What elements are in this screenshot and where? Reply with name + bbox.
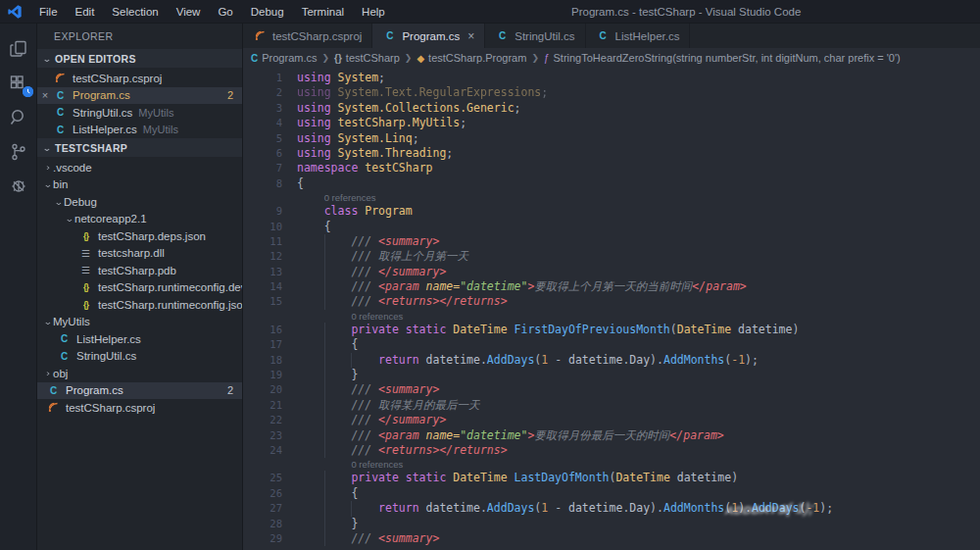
token-type: System — [338, 71, 379, 84]
tree-item[interactable]: {}testCSharp.deps.json — [37, 227, 242, 245]
debug-icon[interactable] — [2, 169, 35, 203]
tree-item[interactable]: CStringUtil.cs — [37, 348, 242, 366]
code-line: 6using System.Threading; — [243, 146, 980, 161]
file-name: ListHelper.cs — [76, 333, 141, 345]
token-attr: name= — [426, 428, 461, 442]
folder-name: bin — [53, 178, 68, 190]
close-icon[interactable]: × — [467, 29, 474, 43]
token-num: -1 — [806, 501, 819, 515]
token-pun: ) — [731, 471, 738, 484]
token-tag: <param — [378, 279, 425, 293]
menu-debug[interactable]: Debug — [242, 0, 293, 24]
tab-stringutil-cs[interactable]: CStringUtil.cs — [485, 24, 585, 48]
folder-name: netcoreapp2.1 — [74, 213, 147, 225]
tree-item[interactable]: ⌄MyUtils — [37, 314, 242, 331]
tree-item[interactable]: {}testCSharp.runtimeconfig.dev.json — [37, 279, 242, 297]
breadcrumb-item[interactable]: {}testCSharp — [334, 52, 400, 64]
code-content: class Program — [297, 204, 413, 219]
token-fn: FirstDayOfPreviousMonth — [514, 323, 670, 336]
line-number: 7 — [243, 161, 282, 175]
line-number: 11 — [243, 234, 282, 249]
chevron-down-icon: ⌄ — [41, 54, 54, 64]
chevron-down-icon: ⌄ — [42, 317, 55, 326]
close-icon[interactable]: × — [37, 89, 53, 101]
tree-item[interactable]: ›obj — [37, 365, 242, 382]
token-var: Day — [629, 501, 650, 515]
line-number: 3 — [243, 101, 282, 116]
tree-item[interactable]: ⌄netcoreapp2.1 — [37, 211, 242, 228]
indent-guide — [351, 353, 378, 368]
breadcrumb-item[interactable]: CProgram.cs — [251, 52, 317, 64]
token-tag: </param> — [692, 279, 746, 293]
code-line: 10{ — [243, 220, 980, 234]
csproj-file-icon — [253, 30, 268, 41]
tree-item[interactable]: ⌄bin — [37, 176, 242, 194]
code-content: /// <summary> — [297, 382, 439, 397]
code-line: 23/// <param name="datetime">要取得月份最后一天的时… — [243, 428, 980, 443]
token-fn: AddMonths — [663, 501, 724, 515]
menu-edit[interactable]: Edit — [67, 0, 104, 24]
extensions-icon[interactable] — [2, 66, 35, 100]
tab-testcsharp-csproj[interactable]: testCSharp.csproj — [243, 24, 372, 48]
token-type: DateTime — [677, 323, 738, 336]
token-pun: ; — [460, 116, 466, 129]
search-icon[interactable] — [2, 100, 35, 134]
codelens-references[interactable]: 0 references — [243, 191, 980, 204]
indent-guide — [297, 428, 324, 443]
csproj-file-icon — [46, 402, 61, 413]
code-content: using System; — [297, 71, 385, 85]
code-line: 21/// 取得某月的最后一天 — [243, 398, 980, 413]
indent-guide — [297, 471, 324, 485]
indent-guide — [297, 265, 324, 279]
codelens-references[interactable]: 0 references — [243, 458, 980, 471]
tab-label: testCSharp.csproj — [272, 30, 362, 42]
open-editor-item[interactable]: CStringUtil.csMyUtils — [37, 104, 242, 122]
project-section-header[interactable]: ⌄ TESTCSHARP — [37, 138, 242, 157]
token-pun: . — [480, 501, 487, 515]
source-control-icon[interactable] — [2, 134, 35, 169]
tree-item[interactable]: ›.vscode — [37, 159, 242, 176]
token-kw: private static — [351, 471, 453, 484]
menu-view[interactable]: View — [168, 0, 210, 24]
menu-go[interactable]: Go — [209, 0, 241, 24]
menu-terminal[interactable]: Terminal — [293, 0, 353, 24]
tree-item[interactable]: {}testCSharp.runtimeconfig.json — [37, 296, 242, 314]
explorer-icon[interactable] — [2, 31, 35, 66]
explorer-sidebar: EXPLORER ⌄ OPEN EDITORS testCSharp.cspro… — [37, 24, 243, 550]
tree-item[interactable]: ☰testCSharp.pdb — [37, 262, 242, 279]
tree-item[interactable]: testCSharp.csproj — [37, 399, 242, 417]
indent-guide — [351, 501, 378, 516]
open-editor-item[interactable]: testCSharp.csproj — [37, 70, 242, 87]
tab-listhelper-cs[interactable]: CListHelper.cs — [586, 24, 691, 48]
breadcrumb-item[interactable]: ◆testCSharp.Program — [416, 52, 526, 64]
tree-item[interactable]: CProgram.cs2 — [37, 382, 242, 400]
open-editors-header[interactable]: ⌄ OPEN EDITORS — [37, 49, 242, 68]
tab-program-cs[interactable]: CProgram.cs× — [372, 24, 485, 48]
dll-file-icon: ☰ — [78, 265, 93, 275]
folder-name: .vscode — [53, 162, 92, 174]
menu-help[interactable]: Help — [353, 0, 394, 24]
breadcrumb-item[interactable]: ƒStringToHeardZeroString(string numberSt… — [544, 52, 901, 64]
tree-item[interactable]: CListHelper.cs — [37, 330, 242, 348]
code-line: 3using System.Collections.Generic; — [243, 101, 980, 116]
menu-selection[interactable]: Selection — [103, 0, 167, 24]
tree-item[interactable]: ☰testcsharp.dll — [37, 245, 242, 263]
json-file-icon: {} — [78, 282, 93, 292]
token-var: datetime — [426, 501, 480, 515]
code-editor[interactable]: 1using System;2using System.Text.Regular… — [243, 68, 980, 550]
code-content: /// 取得上个月第一天 — [297, 249, 468, 264]
code-line: 12/// 取得上个月第一天 — [243, 249, 980, 264]
code-content: { — [297, 337, 358, 352]
tree-item[interactable]: ⌄Debug — [37, 193, 242, 211]
token-doc: /// 取得某月的最后一天 — [351, 398, 479, 412]
token-doc: /// — [351, 428, 378, 442]
token-kw: using — [297, 101, 338, 115]
codelens-references[interactable]: 0 references — [243, 310, 980, 323]
breadcrumb-label: Program.cs — [262, 52, 317, 64]
cs-file-icon: C — [596, 30, 611, 41]
open-editor-item[interactable]: ×CProgram.cs2 — [37, 87, 242, 105]
open-editor-item[interactable]: CListHelper.csMyUtils — [37, 122, 242, 139]
file-tree: ›.vscode⌄bin⌄Debug⌄netcoreapp2.1{}testCS… — [37, 159, 242, 417]
indent-guide — [297, 337, 324, 352]
menu-file[interactable]: File — [30, 0, 67, 24]
